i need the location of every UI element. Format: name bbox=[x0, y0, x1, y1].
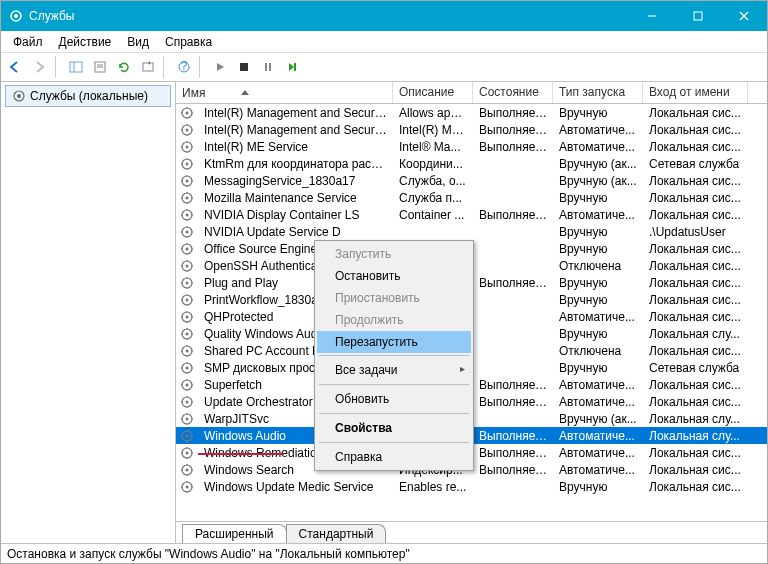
svg-point-93 bbox=[186, 315, 189, 318]
cell-name: NVIDIA Update Service D bbox=[198, 225, 393, 239]
svg-point-27 bbox=[186, 128, 189, 131]
cell-logon-as: Локальная сис... bbox=[643, 208, 748, 222]
gear-icon bbox=[180, 395, 194, 409]
svg-text:?: ? bbox=[181, 60, 188, 73]
gear-icon bbox=[180, 429, 194, 443]
cell-logon-as: Локальная сис... bbox=[643, 259, 748, 273]
ctx-all-tasks[interactable]: Все задачи bbox=[317, 359, 471, 381]
tab-standard[interactable]: Стандартный bbox=[286, 524, 387, 543]
service-row[interactable]: Mozilla Maintenance ServiceСлужба п...Вр… bbox=[176, 189, 767, 206]
col-logon-as[interactable]: Вход от имени bbox=[643, 82, 748, 103]
list-header: Имя Описание Состояние Тип запуска Вход … bbox=[176, 82, 767, 104]
menu-view[interactable]: Вид bbox=[121, 33, 155, 51]
cell-logon-as: Локальная сис... bbox=[643, 446, 748, 460]
svg-point-19 bbox=[17, 94, 21, 98]
gear-icon bbox=[180, 140, 194, 154]
start-service-button[interactable] bbox=[209, 56, 231, 78]
gear-icon bbox=[180, 174, 194, 188]
app-icon bbox=[9, 9, 23, 23]
ctx-refresh[interactable]: Обновить bbox=[317, 388, 471, 410]
close-button[interactable] bbox=[721, 1, 767, 31]
service-row[interactable]: Intel(R) Management and Security Ap...Al… bbox=[176, 104, 767, 121]
back-button[interactable] bbox=[5, 56, 27, 78]
ctx-start[interactable]: Запустить bbox=[317, 243, 471, 265]
cell-state: Выполняется bbox=[473, 208, 553, 222]
svg-point-39 bbox=[186, 162, 189, 165]
cell-state: Выполняется bbox=[473, 378, 553, 392]
tree-node-services-local[interactable]: Службы (локальные) bbox=[5, 85, 171, 107]
ctx-help[interactable]: Справка bbox=[317, 446, 471, 468]
export-button[interactable] bbox=[137, 56, 159, 78]
cell-startup-type: Автоматиче... bbox=[553, 395, 643, 409]
tab-extended[interactable]: Расширенный bbox=[182, 524, 287, 543]
cell-logon-as: Локальная сис... bbox=[643, 310, 748, 324]
ctx-resume[interactable]: Продолжить bbox=[317, 309, 471, 331]
svg-point-117 bbox=[186, 383, 189, 386]
gear-icon bbox=[180, 327, 194, 341]
cell-description: Allows app... bbox=[393, 106, 473, 120]
forward-button[interactable] bbox=[29, 56, 51, 78]
pause-service-button[interactable] bbox=[257, 56, 279, 78]
service-row[interactable]: MessagingService_1830a17Служба, о...Вруч… bbox=[176, 172, 767, 189]
cell-logon-as: Локальная сис... bbox=[643, 395, 748, 409]
service-row[interactable]: KtmRm для координатора распреде...Коорди… bbox=[176, 155, 767, 172]
cell-logon-as: Локальная слу... bbox=[643, 327, 748, 341]
cell-startup-type: Вручную bbox=[553, 242, 643, 256]
cell-description: Координи... bbox=[393, 157, 473, 171]
menu-file[interactable]: Файл bbox=[7, 33, 49, 51]
cell-startup-type: Автоматиче... bbox=[553, 463, 643, 477]
stop-service-button[interactable] bbox=[233, 56, 255, 78]
cell-logon-as: Локальная сис... bbox=[643, 378, 748, 392]
service-row[interactable]: NVIDIA Update Service DВручную.\UpdatusU… bbox=[176, 223, 767, 240]
svg-rect-3 bbox=[694, 12, 702, 20]
cell-state: Выполняется bbox=[473, 446, 553, 460]
cell-startup-type: Вручную bbox=[553, 480, 643, 494]
titlebar: Службы bbox=[1, 1, 767, 31]
service-row[interactable]: Intel(R) ME ServiceIntel® Ma...Выполняет… bbox=[176, 138, 767, 155]
statusbar-text: Остановка и запуск службы "Windows Audio… bbox=[7, 547, 410, 561]
col-startup-type[interactable]: Тип запуска bbox=[553, 82, 643, 103]
annotation-underline-selected bbox=[198, 453, 284, 455]
service-row[interactable]: Intel(R) Management and Security Ap...In… bbox=[176, 121, 767, 138]
show-hide-tree-button[interactable] bbox=[65, 56, 87, 78]
cell-startup-type: Автоматиче... bbox=[553, 429, 643, 443]
tree-node-label: Службы (локальные) bbox=[30, 89, 148, 103]
gear-icon bbox=[180, 225, 194, 239]
gear-icon bbox=[180, 259, 194, 273]
col-state[interactable]: Состояние bbox=[473, 82, 553, 103]
help-button[interactable]: ? bbox=[173, 56, 195, 78]
cell-logon-as: Локальная сис... bbox=[643, 480, 748, 494]
menu-help[interactable]: Справка bbox=[159, 33, 218, 51]
cell-startup-type: Вручную bbox=[553, 106, 643, 120]
cell-startup-type: Вручную bbox=[553, 361, 643, 375]
minimize-button[interactable] bbox=[629, 1, 675, 31]
svg-point-21 bbox=[186, 111, 189, 114]
cell-logon-as: Локальная сис... bbox=[643, 106, 748, 120]
gear-icon bbox=[180, 293, 194, 307]
cell-name: Intel(R) Management and Security Ap... bbox=[198, 106, 393, 120]
cell-state: Выполняется bbox=[473, 106, 553, 120]
svg-rect-11 bbox=[143, 63, 153, 71]
ctx-separator bbox=[319, 413, 469, 414]
properties-button[interactable] bbox=[89, 56, 111, 78]
window-title: Службы bbox=[29, 9, 74, 23]
svg-point-57 bbox=[186, 213, 189, 216]
ctx-properties[interactable]: Свойства bbox=[317, 417, 471, 439]
ctx-stop[interactable]: Остановить bbox=[317, 265, 471, 287]
svg-rect-16 bbox=[269, 63, 271, 71]
service-row[interactable]: Windows Update Medic ServiceEnables re..… bbox=[176, 478, 767, 495]
refresh-button[interactable] bbox=[113, 56, 135, 78]
cell-logon-as: Локальная слу... bbox=[643, 429, 748, 443]
ctx-restart[interactable]: Перезапустить bbox=[317, 331, 471, 353]
menu-action[interactable]: Действие bbox=[53, 33, 118, 51]
col-name[interactable]: Имя bbox=[176, 82, 393, 103]
maximize-button[interactable] bbox=[675, 1, 721, 31]
cell-name: MessagingService_1830a17 bbox=[198, 174, 393, 188]
restart-service-button[interactable] bbox=[281, 56, 303, 78]
svg-point-33 bbox=[186, 145, 189, 148]
menubar: Файл Действие Вид Справка bbox=[1, 31, 767, 53]
col-description[interactable]: Описание bbox=[393, 82, 473, 103]
ctx-pause[interactable]: Приостановить bbox=[317, 287, 471, 309]
service-row[interactable]: NVIDIA Display Container LSContainer ...… bbox=[176, 206, 767, 223]
cell-logon-as: Локальная сис... bbox=[643, 293, 748, 307]
